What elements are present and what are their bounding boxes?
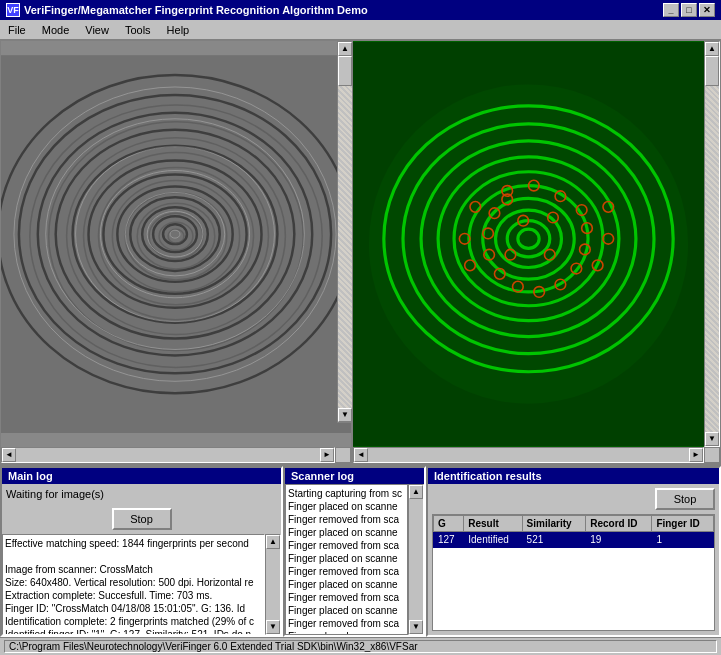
log-line-3: Size: 640x480. Vertical resolution: 500 …: [5, 576, 262, 589]
h-scroll-right-btn-r[interactable]: ►: [689, 448, 703, 462]
col-header-g: G: [434, 516, 464, 532]
image-panels: ◄ ►: [0, 40, 721, 464]
col-header-record-id: Record ID: [586, 516, 652, 532]
fingerprint-image-right: [353, 41, 704, 447]
cell-result: Identified: [464, 532, 522, 548]
fingerprint-svg-right: [353, 41, 704, 447]
scanner-scroll-up[interactable]: ▲: [409, 485, 423, 499]
main-log-header: Main log: [2, 468, 281, 484]
results-stop-row: Stop: [432, 488, 715, 514]
menu-file[interactable]: File: [0, 22, 34, 38]
right-panel: ▲ ▼ ◄ ►: [353, 41, 720, 463]
id-results-panel: Identification results Stop G Result Sim…: [426, 466, 721, 637]
scanner-log-panel: Scanner log Starting capturing from sc F…: [283, 466, 426, 637]
left-panel: ◄ ►: [1, 41, 353, 463]
log-scroll-up[interactable]: ▲: [266, 535, 280, 549]
main-log-stop-button[interactable]: Stop: [112, 508, 172, 530]
menu-mode[interactable]: Mode: [34, 22, 78, 38]
log-line-4: Extraction complete: Succesfull. Time: 7…: [5, 589, 262, 602]
h-scroll-row-left: ◄ ►: [1, 447, 351, 463]
scanner-log-line-10: Finger removed from sca: [288, 617, 405, 630]
log-scroll-area: Effective matching speed: 1844 fingerpri…: [2, 534, 281, 635]
cell-g: 127: [434, 532, 464, 548]
v-scroll-down-left[interactable]: ▼: [338, 408, 352, 422]
scanner-scrollbar[interactable]: ▲ ▼: [408, 484, 424, 635]
log-line-6: Identification complete: 2 fingerprints …: [5, 615, 262, 628]
scanner-log-line-2: Finger removed from sca: [288, 513, 405, 526]
waiting-text: Waiting for image(s): [2, 484, 281, 504]
scanner-scroll-down[interactable]: ▼: [409, 620, 423, 634]
scanner-log-line-4: Finger removed from sca: [288, 539, 405, 552]
results-stop-button[interactable]: Stop: [655, 488, 715, 510]
bottom-panels: Main log Waiting for image(s) Stop Effec…: [0, 464, 721, 637]
cell-record-id: 19: [586, 532, 652, 548]
col-header-result: Result: [464, 516, 522, 532]
scroll-corner-right: [704, 447, 720, 463]
log-text-area: Effective matching speed: 1844 fingerpri…: [2, 534, 265, 635]
log-scrollbar[interactable]: ▲ ▼: [265, 534, 281, 635]
menu-view[interactable]: View: [77, 22, 117, 38]
results-data-table: G Result Similarity Record ID Finger ID …: [433, 515, 714, 548]
scanner-log-text: Starting capturing from sc Finger placed…: [285, 484, 408, 635]
results-inner: Stop G Result Similarity Record ID Finge…: [428, 484, 719, 635]
menubar: File Mode View Tools Help: [0, 20, 721, 40]
scroll-corner-left: [335, 447, 351, 463]
scanner-log-line-5: Finger placed on scanne: [288, 552, 405, 565]
statusbar-text: C:\Program Files\Neurotechnology\VeriFin…: [4, 640, 717, 653]
scanner-log-line-8: Finger removed from sca: [288, 591, 405, 604]
scanner-log-line-0: Starting capturing from sc: [288, 487, 405, 500]
scanner-log-line-9: Finger placed on scanne: [288, 604, 405, 617]
main-log-stop-area: Stop: [2, 504, 281, 534]
v-scroll-thumb-right[interactable]: [705, 56, 719, 86]
minimize-button[interactable]: _: [663, 3, 679, 17]
maximize-button[interactable]: □: [681, 3, 697, 17]
log-line-0: Effective matching speed: 1844 fingerpri…: [5, 537, 262, 550]
window-title: VeriFinger/Megamatcher Fingerprint Recog…: [24, 4, 368, 16]
fingerprint-svg-left: [1, 41, 351, 447]
cell-finger-id: 1: [652, 532, 714, 548]
cell-similarity: 521: [522, 532, 586, 548]
col-header-similarity: Similarity: [522, 516, 586, 532]
app-icon-text: VF: [7, 5, 19, 15]
titlebar: VF VeriFinger/Megamatcher Fingerprint Re…: [0, 0, 721, 20]
content-area: ◄ ►: [0, 40, 721, 655]
v-scroll-up-btn[interactable]: ▲: [705, 42, 719, 56]
h-scrollbar-right[interactable]: ◄ ►: [353, 447, 704, 463]
table-header-row: G Result Similarity Record ID Finger ID: [434, 516, 714, 532]
h-scroll-right-btn[interactable]: ►: [320, 448, 334, 462]
statusbar: C:\Program Files\Neurotechnology\VeriFin…: [0, 637, 721, 655]
h-scroll-left-btn-r[interactable]: ◄: [354, 448, 368, 462]
log-line-7: Identified finger ID: "1". G: 127. Simil…: [5, 628, 262, 635]
scanner-log-line-11: Finger placed on scanne: [288, 630, 405, 635]
log-line-1: [5, 550, 262, 563]
v-scrollbar-left[interactable]: ▲ ▼: [337, 41, 353, 423]
v-scrollbar-right[interactable]: ▲ ▼: [704, 41, 720, 447]
scanner-log-line-6: Finger removed from sca: [288, 565, 405, 578]
close-button[interactable]: ✕: [699, 3, 715, 17]
v-scroll-track-right[interactable]: [705, 56, 719, 432]
fingerprint-image-left: [1, 41, 351, 447]
h-scrollbar-left[interactable]: ◄ ►: [1, 447, 335, 463]
h-scroll-left-btn[interactable]: ◄: [2, 448, 16, 462]
menu-tools[interactable]: Tools: [117, 22, 159, 38]
main-log-panel: Main log Waiting for image(s) Stop Effec…: [0, 466, 283, 637]
scanner-log-content: Starting capturing from sc Finger placed…: [285, 484, 424, 635]
log-scroll-down[interactable]: ▼: [266, 620, 280, 634]
menu-help[interactable]: Help: [159, 22, 198, 38]
results-table: G Result Similarity Record ID Finger ID …: [432, 514, 715, 631]
v-scroll-thumb-left[interactable]: [338, 56, 352, 86]
v-scroll-up-left[interactable]: ▲: [338, 42, 352, 56]
v-scroll-down-btn[interactable]: ▼: [705, 432, 719, 446]
col-header-finger-id: Finger ID: [652, 516, 714, 532]
titlebar-buttons: _ □ ✕: [663, 3, 715, 17]
scanner-log-header: Scanner log: [285, 468, 424, 484]
right-panel-inner: ▲ ▼: [353, 41, 720, 447]
table-row[interactable]: 127 Identified 521 19 1: [434, 532, 714, 548]
v-scroll-track-left[interactable]: [338, 56, 352, 408]
svg-point-33: [369, 85, 688, 404]
scanner-log-line-7: Finger placed on scanne: [288, 578, 405, 591]
scanner-log-line-1: Finger placed on scanne: [288, 500, 405, 513]
id-results-header: Identification results: [428, 468, 719, 484]
h-scroll-row-right: ◄ ►: [353, 447, 720, 463]
scanner-log-line-3: Finger placed on scanne: [288, 526, 405, 539]
